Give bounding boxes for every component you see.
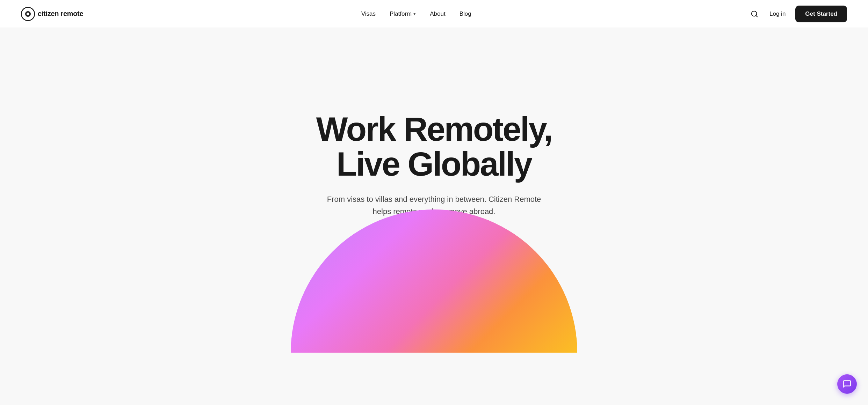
logo-icon <box>21 7 35 21</box>
hero-title: Work Remotely, Live Globally <box>316 112 552 182</box>
search-icon <box>751 10 758 18</box>
svg-line-4 <box>756 15 757 17</box>
navbar-actions: Log in Get Started <box>749 6 847 22</box>
hero-globe-illustration <box>291 209 577 353</box>
logo-link[interactable]: citizen remote <box>21 7 83 21</box>
nav-visas[interactable]: Visas <box>361 10 376 17</box>
navbar: citizen remote Visas Platform ▾ About Bl… <box>0 0 868 28</box>
chat-button[interactable] <box>837 374 857 394</box>
hero-section: Work Remotely, Live Globally From visas … <box>0 28 868 405</box>
nav-platform[interactable]: Platform ▾ <box>390 10 416 17</box>
chevron-down-icon: ▾ <box>413 11 416 16</box>
search-button[interactable] <box>749 9 760 19</box>
nav-links: Visas Platform ▾ About Blog <box>361 10 471 17</box>
get-started-nav-button[interactable]: Get Started <box>795 6 847 22</box>
nav-blog[interactable]: Blog <box>460 10 471 17</box>
brand-name: citizen remote <box>38 10 83 18</box>
nav-about[interactable]: About <box>430 10 445 17</box>
hero-globe-container <box>14 283 854 353</box>
svg-point-2 <box>27 13 29 15</box>
chat-icon <box>842 380 852 389</box>
login-link[interactable]: Log in <box>769 10 786 17</box>
